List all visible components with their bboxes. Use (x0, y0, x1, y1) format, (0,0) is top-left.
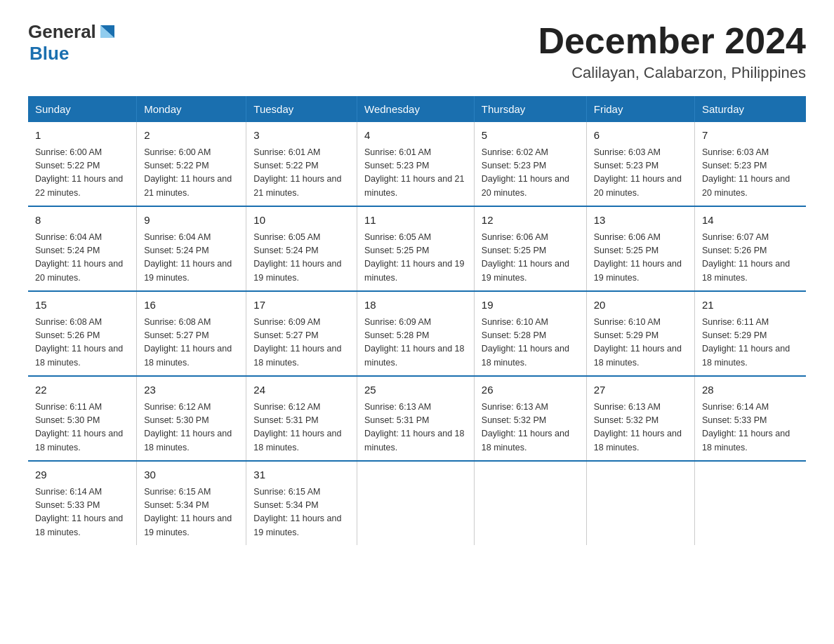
day-info: Sunrise: 6:11 AMSunset: 5:29 PMDaylight:… (702, 316, 799, 370)
title-block: December 2024 Calilayan, Calabarzon, Phi… (538, 21, 806, 82)
calendar-day-cell: 5Sunrise: 6:02 AMSunset: 5:23 PMDaylight… (474, 122, 586, 206)
day-info: Sunrise: 6:00 AMSunset: 5:22 PMDaylight:… (35, 146, 129, 201)
day-number: 7 (702, 128, 799, 144)
calendar-table: SundayMondayTuesdayWednesdayThursdayFrid… (28, 96, 806, 545)
day-number: 4 (364, 128, 467, 144)
day-info: Sunrise: 6:00 AMSunset: 5:22 PMDaylight:… (144, 146, 239, 201)
day-info: Sunrise: 6:10 AMSunset: 5:28 PMDaylight:… (482, 316, 579, 370)
calendar-day-cell: 27Sunrise: 6:13 AMSunset: 5:32 PMDayligh… (586, 376, 694, 461)
subtitle: Calilayan, Calabarzon, Philippines (538, 64, 806, 82)
calendar-day-cell: 30Sunrise: 6:15 AMSunset: 5:34 PMDayligh… (137, 461, 246, 545)
day-number: 31 (253, 467, 350, 483)
day-number: 19 (482, 297, 579, 314)
day-info: Sunrise: 6:14 AMSunset: 5:33 PMDaylight:… (35, 485, 129, 540)
calendar-day-cell: 11Sunrise: 6:05 AMSunset: 5:25 PMDayligh… (357, 206, 475, 291)
logo-icon (98, 22, 117, 42)
calendar-day-cell (474, 461, 586, 545)
day-of-week-header: Sunday (28, 96, 137, 122)
calendar-day-cell: 25Sunrise: 6:13 AMSunset: 5:31 PMDayligh… (357, 376, 475, 461)
day-of-week-header: Saturday (695, 96, 807, 122)
day-info: Sunrise: 6:06 AMSunset: 5:25 PMDaylight:… (594, 231, 687, 286)
day-number: 13 (594, 213, 687, 229)
calendar-day-cell: 23Sunrise: 6:12 AMSunset: 5:30 PMDayligh… (137, 376, 246, 461)
day-number: 1 (35, 128, 129, 144)
calendar-day-cell: 6Sunrise: 6:03 AMSunset: 5:23 PMDaylight… (586, 122, 694, 206)
calendar-day-cell (357, 461, 475, 545)
day-number: 26 (482, 382, 579, 398)
day-info: Sunrise: 6:15 AMSunset: 5:34 PMDaylight:… (253, 485, 350, 540)
day-number: 20 (594, 297, 687, 314)
calendar-week-row: 22Sunrise: 6:11 AMSunset: 5:30 PMDayligh… (28, 376, 806, 461)
calendar-day-cell: 21Sunrise: 6:11 AMSunset: 5:29 PMDayligh… (695, 291, 807, 376)
day-info: Sunrise: 6:09 AMSunset: 5:27 PMDaylight:… (253, 316, 350, 370)
day-info: Sunrise: 6:13 AMSunset: 5:31 PMDaylight:… (364, 401, 467, 455)
day-info: Sunrise: 6:07 AMSunset: 5:26 PMDaylight:… (702, 231, 799, 286)
calendar-day-cell: 29Sunrise: 6:14 AMSunset: 5:33 PMDayligh… (28, 461, 137, 545)
day-info: Sunrise: 6:09 AMSunset: 5:28 PMDaylight:… (364, 316, 467, 370)
logo: General Blue (28, 21, 117, 65)
day-of-week-header: Monday (137, 96, 246, 122)
day-number: 21 (702, 297, 799, 314)
calendar-day-cell: 24Sunrise: 6:12 AMSunset: 5:31 PMDayligh… (246, 376, 357, 461)
calendar-day-cell: 7Sunrise: 6:03 AMSunset: 5:23 PMDaylight… (695, 122, 807, 206)
day-number: 5 (482, 128, 579, 144)
day-info: Sunrise: 6:14 AMSunset: 5:33 PMDaylight:… (702, 401, 799, 455)
day-number: 27 (594, 382, 687, 398)
calendar-day-cell: 1Sunrise: 6:00 AMSunset: 5:22 PMDaylight… (28, 122, 137, 206)
main-title: December 2024 (538, 21, 806, 61)
day-number: 23 (144, 382, 239, 398)
calendar-day-cell (586, 461, 694, 545)
day-info: Sunrise: 6:04 AMSunset: 5:24 PMDaylight:… (35, 231, 129, 286)
day-info: Sunrise: 6:04 AMSunset: 5:24 PMDaylight:… (144, 231, 239, 286)
calendar-day-cell: 3Sunrise: 6:01 AMSunset: 5:22 PMDaylight… (246, 122, 357, 206)
calendar-day-cell: 10Sunrise: 6:05 AMSunset: 5:24 PMDayligh… (246, 206, 357, 291)
calendar-header-row: SundayMondayTuesdayWednesdayThursdayFrid… (28, 96, 806, 122)
day-info: Sunrise: 6:13 AMSunset: 5:32 PMDaylight:… (482, 401, 579, 455)
calendar-day-cell: 22Sunrise: 6:11 AMSunset: 5:30 PMDayligh… (28, 376, 137, 461)
day-number: 29 (35, 467, 129, 483)
day-info: Sunrise: 6:02 AMSunset: 5:23 PMDaylight:… (482, 146, 579, 201)
day-number: 2 (144, 128, 239, 144)
calendar-week-row: 8Sunrise: 6:04 AMSunset: 5:24 PMDaylight… (28, 206, 806, 291)
calendar-day-cell: 19Sunrise: 6:10 AMSunset: 5:28 PMDayligh… (474, 291, 586, 376)
day-of-week-header: Wednesday (357, 96, 475, 122)
day-number: 22 (35, 382, 129, 398)
logo-general-text: General (28, 21, 96, 43)
day-info: Sunrise: 6:03 AMSunset: 5:23 PMDaylight:… (594, 146, 687, 201)
day-info: Sunrise: 6:15 AMSunset: 5:34 PMDaylight:… (144, 485, 239, 540)
calendar-day-cell: 26Sunrise: 6:13 AMSunset: 5:32 PMDayligh… (474, 376, 586, 461)
calendar-day-cell: 20Sunrise: 6:10 AMSunset: 5:29 PMDayligh… (586, 291, 694, 376)
day-info: Sunrise: 6:05 AMSunset: 5:24 PMDaylight:… (253, 231, 350, 286)
day-number: 8 (35, 213, 129, 229)
day-of-week-header: Friday (586, 96, 694, 122)
day-info: Sunrise: 6:03 AMSunset: 5:23 PMDaylight:… (702, 146, 799, 201)
calendar-day-cell: 12Sunrise: 6:06 AMSunset: 5:25 PMDayligh… (474, 206, 586, 291)
day-number: 30 (144, 467, 239, 483)
day-info: Sunrise: 6:12 AMSunset: 5:31 PMDaylight:… (253, 401, 350, 455)
calendar-day-cell: 16Sunrise: 6:08 AMSunset: 5:27 PMDayligh… (137, 291, 246, 376)
day-number: 18 (364, 297, 467, 314)
day-number: 17 (253, 297, 350, 314)
day-number: 15 (35, 297, 129, 314)
day-number: 6 (594, 128, 687, 144)
day-info: Sunrise: 6:08 AMSunset: 5:26 PMDaylight:… (35, 316, 129, 370)
page-header: General Blue December 2024 Calilayan, Ca… (28, 21, 806, 82)
calendar-day-cell: 18Sunrise: 6:09 AMSunset: 5:28 PMDayligh… (357, 291, 475, 376)
day-number: 28 (702, 382, 799, 398)
calendar-day-cell: 13Sunrise: 6:06 AMSunset: 5:25 PMDayligh… (586, 206, 694, 291)
day-number: 25 (364, 382, 467, 398)
calendar-day-cell: 28Sunrise: 6:14 AMSunset: 5:33 PMDayligh… (695, 376, 807, 461)
day-number: 24 (253, 382, 350, 398)
day-info: Sunrise: 6:05 AMSunset: 5:25 PMDaylight:… (364, 231, 467, 286)
calendar-week-row: 1Sunrise: 6:00 AMSunset: 5:22 PMDaylight… (28, 122, 806, 206)
day-number: 10 (253, 213, 350, 229)
calendar-day-cell: 4Sunrise: 6:01 AMSunset: 5:23 PMDaylight… (357, 122, 475, 206)
day-number: 9 (144, 213, 239, 229)
day-info: Sunrise: 6:08 AMSunset: 5:27 PMDaylight:… (144, 316, 239, 370)
day-number: 3 (253, 128, 350, 144)
calendar-week-row: 15Sunrise: 6:08 AMSunset: 5:26 PMDayligh… (28, 291, 806, 376)
calendar-day-cell: 2Sunrise: 6:00 AMSunset: 5:22 PMDaylight… (137, 122, 246, 206)
day-number: 11 (364, 213, 467, 229)
calendar-day-cell: 14Sunrise: 6:07 AMSunset: 5:26 PMDayligh… (695, 206, 807, 291)
calendar-day-cell: 31Sunrise: 6:15 AMSunset: 5:34 PMDayligh… (246, 461, 357, 545)
